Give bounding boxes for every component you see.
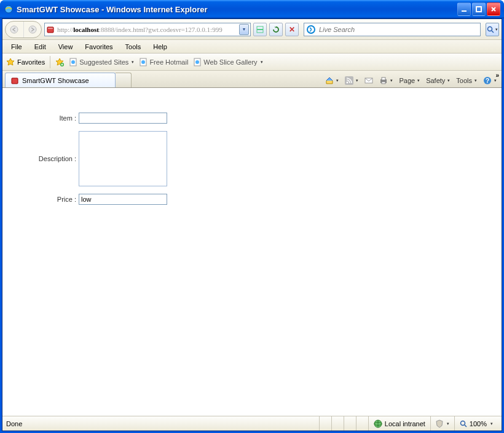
svg-point-5 — [10, 26, 18, 33]
back-button[interactable] — [6, 22, 24, 38]
menu-edit[interactable]: Edit — [30, 42, 51, 52]
address-bar[interactable]: http://localhost:8888/index.html?gwt.cod… — [44, 23, 251, 36]
favorites-button[interactable]: Favorites — [6, 58, 45, 66]
svg-point-18 — [141, 60, 145, 64]
separator — [50, 56, 50, 68]
status-text: Done — [6, 420, 22, 427]
window-title: SmartGWT Showcase - Windows Internet Exp… — [17, 5, 457, 14]
print-button[interactable]: ▾ — [379, 76, 393, 85]
bing-icon — [307, 25, 315, 34]
navigation-toolbar: http://localhost:8888/index.html?gwt.cod… — [2, 19, 502, 40]
search-input[interactable] — [318, 25, 478, 34]
svg-text:?: ? — [486, 77, 489, 84]
menu-help[interactable]: Help — [148, 42, 172, 52]
ie-page-icon — [139, 58, 148, 66]
web-slice-link[interactable]: Web Slice Gallery▾ — [193, 58, 262, 66]
forward-button[interactable] — [24, 22, 42, 38]
stop-button[interactable]: ✕ — [285, 23, 299, 36]
ie-page-icon — [193, 58, 202, 66]
svg-point-20 — [195, 60, 199, 64]
price-label: Price : — [27, 196, 76, 203]
address-dropdown-button[interactable]: ▾ — [239, 24, 249, 35]
suggested-sites-link[interactable]: Suggested Sites▾ — [69, 58, 134, 66]
zoom-control[interactable]: 100%▾ — [454, 416, 498, 431]
search-go-button[interactable]: ▾ — [486, 23, 499, 36]
svg-rect-21 — [12, 78, 18, 84]
ie-logo-icon — [4, 4, 14, 14]
refresh-button[interactable] — [269, 23, 283, 36]
svg-point-16 — [71, 60, 75, 64]
star-icon — [6, 58, 15, 66]
add-favorite-button[interactable] — [55, 58, 64, 66]
item-input[interactable] — [79, 113, 167, 124]
window-titlebar: SmartGWT Showcase - Windows Internet Exp… — [0, 0, 504, 18]
menu-file[interactable]: File — [6, 42, 27, 52]
free-hotmail-link[interactable]: Free Hotmail — [139, 58, 188, 66]
svg-rect-1 — [462, 10, 467, 12]
tab-label: SmartGWT Showcase — [22, 77, 89, 84]
status-cell-empty — [356, 416, 368, 431]
search-box[interactable] — [304, 23, 481, 36]
menu-tools[interactable]: Tools — [120, 42, 146, 52]
tab-active[interactable]: SmartGWT Showcase — [5, 73, 116, 87]
chevron-down-icon: ▾ — [495, 27, 498, 32]
page-menu[interactable]: Page▾ — [399, 77, 420, 84]
favorites-bar: Favorites Suggested Sites▾ Free Hotmail … — [2, 54, 502, 71]
tools-menu[interactable]: Tools▾ — [456, 77, 477, 84]
price-input[interactable] — [79, 194, 167, 205]
protected-mode[interactable]: ▾ — [430, 416, 454, 431]
svg-point-33 — [460, 421, 465, 425]
svg-rect-2 — [476, 7, 481, 12]
tab-strip: SmartGWT Showcase ▾ ▾ ▾ Page▾ Safety▾ To… — [2, 71, 502, 88]
home-button[interactable]: ▾ — [325, 76, 339, 85]
description-label: Description : — [27, 155, 76, 162]
svg-line-13 — [492, 31, 494, 33]
page-content: Item : Description : Price : — [2, 88, 502, 416]
compat-view-button[interactable] — [253, 23, 267, 36]
safety-menu[interactable]: Safety▾ — [426, 77, 450, 84]
menu-favorites[interactable]: Favorites — [80, 42, 117, 52]
toolbar-overflow-icon[interactable]: » — [495, 72, 499, 79]
globe-icon — [374, 419, 382, 428]
svg-point-23 — [347, 82, 348, 84]
status-cell-empty — [344, 416, 356, 431]
status-cell-empty — [319, 416, 331, 431]
svg-rect-8 — [48, 28, 53, 29]
security-zone[interactable]: Local intranet — [368, 416, 430, 431]
close-button[interactable] — [487, 2, 500, 16]
description-textarea[interactable] — [79, 131, 167, 186]
svg-line-34 — [465, 425, 467, 427]
stop-icon: ✕ — [289, 25, 295, 34]
minimize-button[interactable] — [457, 2, 471, 16]
smartgwt-form: Item : Description : Price : — [2, 88, 502, 205]
svg-rect-10 — [257, 29, 263, 30]
svg-rect-26 — [382, 77, 385, 80]
menu-view[interactable]: View — [53, 42, 78, 52]
help-button[interactable]: ?▾ — [483, 76, 497, 85]
svg-point-12 — [488, 26, 492, 31]
back-forward-group — [5, 21, 42, 38]
command-bar: ▾ ▾ ▾ Page▾ Safety▾ Tools▾ ?▾ — [323, 76, 499, 87]
svg-rect-27 — [382, 82, 385, 84]
feeds-button[interactable]: ▾ — [345, 76, 358, 85]
new-tab-button[interactable] — [116, 73, 132, 87]
shield-icon — [436, 419, 443, 428]
url-text: http://localhost:8888/index.html?gwt.cod… — [57, 26, 237, 33]
menu-bar: File Edit View Favorites Tools Help — [2, 40, 502, 54]
ie-page-icon — [69, 58, 77, 66]
status-cell-empty — [331, 416, 344, 431]
tab-favicon-icon — [10, 76, 19, 85]
read-mail-button[interactable] — [364, 77, 373, 84]
status-bar: Done Local intranet ▾ 100%▾ — [2, 416, 502, 431]
favorites-label: Favorites — [17, 58, 45, 66]
maximize-button[interactable] — [472, 2, 486, 16]
site-favicon-icon — [46, 25, 55, 34]
zoom-icon — [460, 420, 467, 427]
item-label: Item : — [27, 114, 76, 122]
svg-point-6 — [29, 26, 36, 33]
